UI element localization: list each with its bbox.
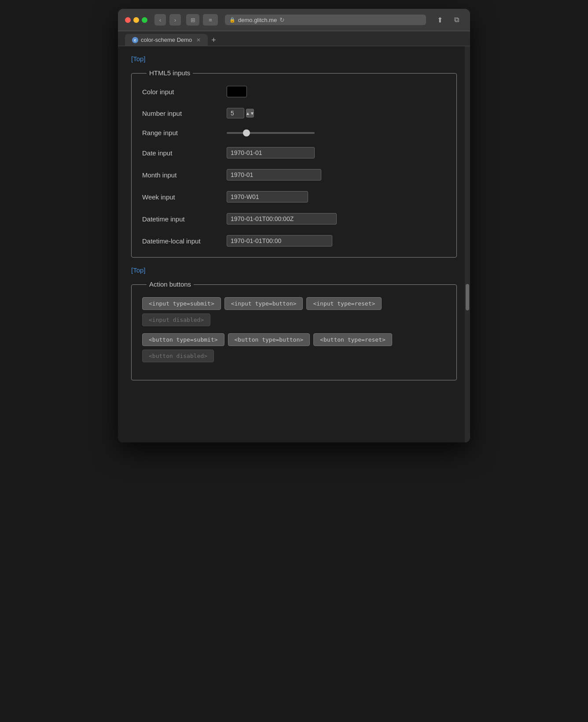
- share-icon: ⬆: [437, 16, 443, 24]
- month-input[interactable]: [227, 169, 321, 180]
- bottom-top-link[interactable]: [Top]: [131, 266, 146, 274]
- back-button[interactable]: ‹: [154, 14, 166, 26]
- menu-button[interactable]: ≡: [203, 14, 218, 26]
- back-icon: ‹: [159, 17, 161, 23]
- new-tab-button[interactable]: +: [211, 36, 216, 44]
- input-button-button[interactable]: <input type=button>: [224, 297, 303, 310]
- sidebar-icon: ⊞: [191, 17, 195, 23]
- week-input-row: Week input: [142, 191, 446, 203]
- datetime-input-label: Datetime input: [142, 215, 221, 223]
- month-input-row: Month input: [142, 169, 446, 180]
- browser-window: ‹ › ⊞ ≡ 🔒 demo.glitch.me ↻ ⬆ ⧉ c color-s…: [118, 9, 470, 442]
- datetime-input-row: Datetime input: [142, 213, 446, 225]
- tab-favicon: c: [132, 37, 138, 43]
- button-submit-button[interactable]: <button type=submit>: [142, 333, 224, 346]
- date-input[interactable]: [227, 147, 315, 158]
- button-buttons-group: <button type=submit> <button type=button…: [142, 333, 446, 362]
- scrollbar-thumb[interactable]: [466, 284, 469, 310]
- color-input[interactable]: [227, 86, 247, 97]
- share-button[interactable]: ⬆: [433, 14, 446, 26]
- title-bar: ‹ › ⊞ ≡ 🔒 demo.glitch.me ↻ ⬆ ⧉: [118, 9, 470, 31]
- address-bar[interactable]: 🔒 demo.glitch.me ↻: [225, 15, 426, 25]
- month-input-label: Month input: [142, 171, 221, 179]
- forward-button[interactable]: ›: [169, 14, 181, 26]
- lock-icon: 🔒: [229, 17, 235, 23]
- tab-bar: c color-scheme Demo ✕ +: [118, 31, 470, 46]
- input-submit-button[interactable]: <input type=submit>: [142, 297, 221, 310]
- spinner-up-icon: ▲▼: [246, 111, 254, 116]
- date-input-row: Date input: [142, 147, 446, 158]
- scrollbar-track: [465, 46, 470, 442]
- number-input-wrapper: ▲▼: [227, 108, 254, 118]
- tab-title: color-scheme Demo: [141, 37, 192, 43]
- traffic-lights: [125, 17, 147, 23]
- number-spinner[interactable]: ▲▼: [246, 109, 254, 118]
- input-disabled-button: <input disabled>: [142, 313, 210, 326]
- menu-icon: ≡: [209, 17, 212, 23]
- action-buttons-section: Action buttons <input type=submit> <inpu…: [131, 281, 457, 380]
- page-content: [Top] HTML5 inputs Color input Number in…: [118, 46, 470, 442]
- range-input-label: Range input: [142, 129, 221, 136]
- datetime-input[interactable]: [227, 213, 337, 225]
- range-input-row: Range input: [142, 129, 446, 136]
- datetime-local-input-row: Datetime-local input: [142, 235, 446, 247]
- date-input-label: Date input: [142, 149, 221, 157]
- active-tab[interactable]: c color-scheme Demo ✕: [125, 34, 208, 46]
- minimize-button[interactable]: [133, 17, 139, 23]
- button-button-button[interactable]: <button type=button>: [228, 333, 310, 346]
- html5-inputs-section: HTML5 inputs Color input Number input ▲▼: [131, 70, 457, 258]
- button-reset-button[interactable]: <button type=reset>: [313, 333, 392, 346]
- top-link[interactable]: [Top]: [131, 55, 146, 63]
- button-disabled-button: <button disabled>: [142, 350, 214, 362]
- color-input-label: Color input: [142, 88, 221, 96]
- new-window-icon: ⧉: [454, 16, 459, 24]
- number-input-label: Number input: [142, 110, 221, 117]
- action-buttons-legend: Action buttons: [147, 280, 194, 288]
- datetime-local-input-label: Datetime-local input: [142, 237, 221, 245]
- input-reset-button[interactable]: <input type=reset>: [306, 297, 382, 310]
- maximize-button[interactable]: [142, 17, 147, 23]
- number-input-row: Number input ▲▼: [142, 108, 446, 118]
- forward-icon: ›: [174, 17, 176, 23]
- range-input[interactable]: [227, 132, 315, 134]
- close-button[interactable]: [125, 17, 131, 23]
- input-buttons-group: <input type=submit> <input type=button> …: [142, 297, 446, 326]
- new-window-button[interactable]: ⧉: [450, 14, 463, 26]
- week-input-label: Week input: [142, 193, 221, 201]
- tab-close-button[interactable]: ✕: [196, 37, 201, 43]
- reload-button[interactable]: ↻: [279, 16, 285, 23]
- html5-inputs-legend: HTML5 inputs: [147, 69, 193, 77]
- week-input[interactable]: [227, 191, 308, 203]
- sidebar-button[interactable]: ⊞: [186, 14, 199, 26]
- url-text: demo.glitch.me: [238, 17, 277, 23]
- page-wrapper: [Top] HTML5 inputs Color input Number in…: [118, 46, 470, 442]
- number-input[interactable]: [227, 108, 244, 118]
- datetime-local-input[interactable]: [227, 235, 332, 247]
- color-input-row: Color input: [142, 86, 446, 97]
